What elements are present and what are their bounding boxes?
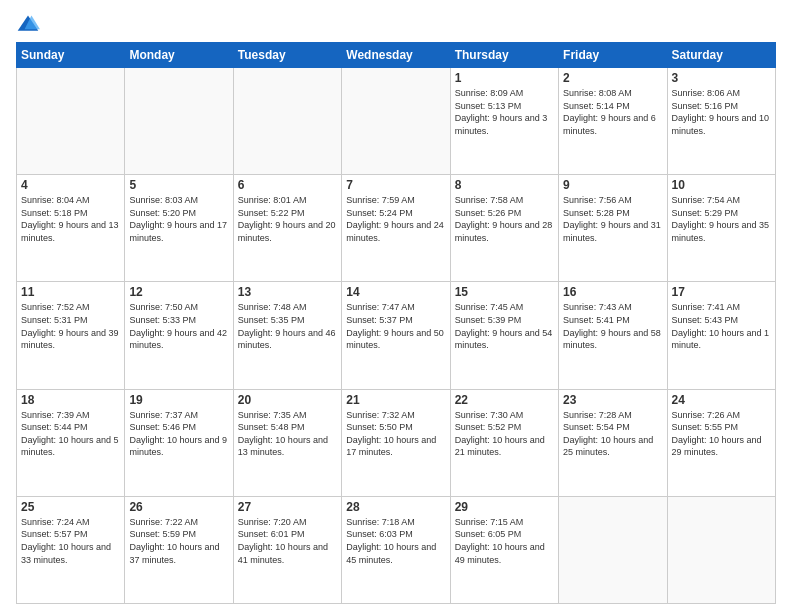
day-info: Sunrise: 7:37 AM Sunset: 5:46 PM Dayligh…: [129, 409, 228, 459]
calendar-week-row: 1Sunrise: 8:09 AM Sunset: 5:13 PM Daylig…: [17, 68, 776, 175]
calendar-week-row: 18Sunrise: 7:39 AM Sunset: 5:44 PM Dayli…: [17, 389, 776, 496]
calendar-cell: 15Sunrise: 7:45 AM Sunset: 5:39 PM Dayli…: [450, 282, 558, 389]
calendar-cell: 25Sunrise: 7:24 AM Sunset: 5:57 PM Dayli…: [17, 496, 125, 603]
day-number: 8: [455, 178, 554, 192]
day-number: 20: [238, 393, 337, 407]
day-info: Sunrise: 8:08 AM Sunset: 5:14 PM Dayligh…: [563, 87, 662, 137]
day-info: Sunrise: 7:50 AM Sunset: 5:33 PM Dayligh…: [129, 301, 228, 351]
calendar-cell: 2Sunrise: 8:08 AM Sunset: 5:14 PM Daylig…: [559, 68, 667, 175]
day-info: Sunrise: 7:30 AM Sunset: 5:52 PM Dayligh…: [455, 409, 554, 459]
calendar-table: SundayMondayTuesdayWednesdayThursdayFrid…: [16, 42, 776, 604]
calendar-cell: 12Sunrise: 7:50 AM Sunset: 5:33 PM Dayli…: [125, 282, 233, 389]
day-number: 29: [455, 500, 554, 514]
day-info: Sunrise: 7:48 AM Sunset: 5:35 PM Dayligh…: [238, 301, 337, 351]
calendar-cell: 4Sunrise: 8:04 AM Sunset: 5:18 PM Daylig…: [17, 175, 125, 282]
day-info: Sunrise: 7:58 AM Sunset: 5:26 PM Dayligh…: [455, 194, 554, 244]
day-info: Sunrise: 7:32 AM Sunset: 5:50 PM Dayligh…: [346, 409, 445, 459]
calendar-week-row: 11Sunrise: 7:52 AM Sunset: 5:31 PM Dayli…: [17, 282, 776, 389]
calendar-cell: 26Sunrise: 7:22 AM Sunset: 5:59 PM Dayli…: [125, 496, 233, 603]
day-number: 25: [21, 500, 120, 514]
day-info: Sunrise: 7:28 AM Sunset: 5:54 PM Dayligh…: [563, 409, 662, 459]
day-info: Sunrise: 7:54 AM Sunset: 5:29 PM Dayligh…: [672, 194, 771, 244]
calendar-day-header: Wednesday: [342, 43, 450, 68]
calendar-cell: 3Sunrise: 8:06 AM Sunset: 5:16 PM Daylig…: [667, 68, 775, 175]
logo: [16, 12, 44, 36]
calendar-cell: [667, 496, 775, 603]
calendar-cell: 24Sunrise: 7:26 AM Sunset: 5:55 PM Dayli…: [667, 389, 775, 496]
calendar-day-header: Sunday: [17, 43, 125, 68]
day-info: Sunrise: 7:18 AM Sunset: 6:03 PM Dayligh…: [346, 516, 445, 566]
calendar-header-row: SundayMondayTuesdayWednesdayThursdayFrid…: [17, 43, 776, 68]
calendar-cell: 1Sunrise: 8:09 AM Sunset: 5:13 PM Daylig…: [450, 68, 558, 175]
logo-icon: [16, 12, 40, 36]
day-info: Sunrise: 7:52 AM Sunset: 5:31 PM Dayligh…: [21, 301, 120, 351]
header: [16, 12, 776, 36]
calendar-cell: 11Sunrise: 7:52 AM Sunset: 5:31 PM Dayli…: [17, 282, 125, 389]
calendar-cell: 19Sunrise: 7:37 AM Sunset: 5:46 PM Dayli…: [125, 389, 233, 496]
day-number: 21: [346, 393, 445, 407]
calendar-day-header: Tuesday: [233, 43, 341, 68]
calendar-cell: [125, 68, 233, 175]
calendar-cell: [17, 68, 125, 175]
day-info: Sunrise: 7:39 AM Sunset: 5:44 PM Dayligh…: [21, 409, 120, 459]
day-info: Sunrise: 7:56 AM Sunset: 5:28 PM Dayligh…: [563, 194, 662, 244]
day-number: 3: [672, 71, 771, 85]
page: SundayMondayTuesdayWednesdayThursdayFrid…: [0, 0, 792, 612]
calendar-cell: 5Sunrise: 8:03 AM Sunset: 5:20 PM Daylig…: [125, 175, 233, 282]
calendar-day-header: Saturday: [667, 43, 775, 68]
day-info: Sunrise: 7:43 AM Sunset: 5:41 PM Dayligh…: [563, 301, 662, 351]
calendar-cell: 22Sunrise: 7:30 AM Sunset: 5:52 PM Dayli…: [450, 389, 558, 496]
day-info: Sunrise: 7:20 AM Sunset: 6:01 PM Dayligh…: [238, 516, 337, 566]
calendar-cell: [233, 68, 341, 175]
day-number: 9: [563, 178, 662, 192]
day-info: Sunrise: 7:15 AM Sunset: 6:05 PM Dayligh…: [455, 516, 554, 566]
day-info: Sunrise: 7:35 AM Sunset: 5:48 PM Dayligh…: [238, 409, 337, 459]
day-info: Sunrise: 8:04 AM Sunset: 5:18 PM Dayligh…: [21, 194, 120, 244]
day-info: Sunrise: 7:26 AM Sunset: 5:55 PM Dayligh…: [672, 409, 771, 459]
day-number: 13: [238, 285, 337, 299]
calendar-cell: 28Sunrise: 7:18 AM Sunset: 6:03 PM Dayli…: [342, 496, 450, 603]
day-info: Sunrise: 8:03 AM Sunset: 5:20 PM Dayligh…: [129, 194, 228, 244]
day-number: 12: [129, 285, 228, 299]
day-info: Sunrise: 7:24 AM Sunset: 5:57 PM Dayligh…: [21, 516, 120, 566]
calendar-cell: 14Sunrise: 7:47 AM Sunset: 5:37 PM Dayli…: [342, 282, 450, 389]
calendar-cell: 17Sunrise: 7:41 AM Sunset: 5:43 PM Dayli…: [667, 282, 775, 389]
calendar-cell: 20Sunrise: 7:35 AM Sunset: 5:48 PM Dayli…: [233, 389, 341, 496]
day-number: 19: [129, 393, 228, 407]
day-number: 1: [455, 71, 554, 85]
calendar-week-row: 25Sunrise: 7:24 AM Sunset: 5:57 PM Dayli…: [17, 496, 776, 603]
day-number: 6: [238, 178, 337, 192]
day-info: Sunrise: 7:47 AM Sunset: 5:37 PM Dayligh…: [346, 301, 445, 351]
day-number: 5: [129, 178, 228, 192]
day-number: 18: [21, 393, 120, 407]
day-number: 26: [129, 500, 228, 514]
day-number: 4: [21, 178, 120, 192]
day-info: Sunrise: 7:45 AM Sunset: 5:39 PM Dayligh…: [455, 301, 554, 351]
calendar-cell: 16Sunrise: 7:43 AM Sunset: 5:41 PM Dayli…: [559, 282, 667, 389]
day-number: 15: [455, 285, 554, 299]
day-info: Sunrise: 7:22 AM Sunset: 5:59 PM Dayligh…: [129, 516, 228, 566]
day-info: Sunrise: 7:59 AM Sunset: 5:24 PM Dayligh…: [346, 194, 445, 244]
calendar-cell: 13Sunrise: 7:48 AM Sunset: 5:35 PM Dayli…: [233, 282, 341, 389]
day-number: 7: [346, 178, 445, 192]
calendar-cell: 7Sunrise: 7:59 AM Sunset: 5:24 PM Daylig…: [342, 175, 450, 282]
day-info: Sunrise: 7:41 AM Sunset: 5:43 PM Dayligh…: [672, 301, 771, 351]
day-number: 24: [672, 393, 771, 407]
calendar-cell: 29Sunrise: 7:15 AM Sunset: 6:05 PM Dayli…: [450, 496, 558, 603]
day-number: 2: [563, 71, 662, 85]
day-number: 14: [346, 285, 445, 299]
calendar-day-header: Friday: [559, 43, 667, 68]
calendar-cell: 21Sunrise: 7:32 AM Sunset: 5:50 PM Dayli…: [342, 389, 450, 496]
calendar-day-header: Thursday: [450, 43, 558, 68]
calendar-week-row: 4Sunrise: 8:04 AM Sunset: 5:18 PM Daylig…: [17, 175, 776, 282]
day-number: 22: [455, 393, 554, 407]
day-number: 28: [346, 500, 445, 514]
day-number: 16: [563, 285, 662, 299]
calendar-cell: 10Sunrise: 7:54 AM Sunset: 5:29 PM Dayli…: [667, 175, 775, 282]
calendar-cell: 9Sunrise: 7:56 AM Sunset: 5:28 PM Daylig…: [559, 175, 667, 282]
day-number: 23: [563, 393, 662, 407]
day-info: Sunrise: 8:01 AM Sunset: 5:22 PM Dayligh…: [238, 194, 337, 244]
day-info: Sunrise: 8:06 AM Sunset: 5:16 PM Dayligh…: [672, 87, 771, 137]
calendar-day-header: Monday: [125, 43, 233, 68]
day-info: Sunrise: 8:09 AM Sunset: 5:13 PM Dayligh…: [455, 87, 554, 137]
